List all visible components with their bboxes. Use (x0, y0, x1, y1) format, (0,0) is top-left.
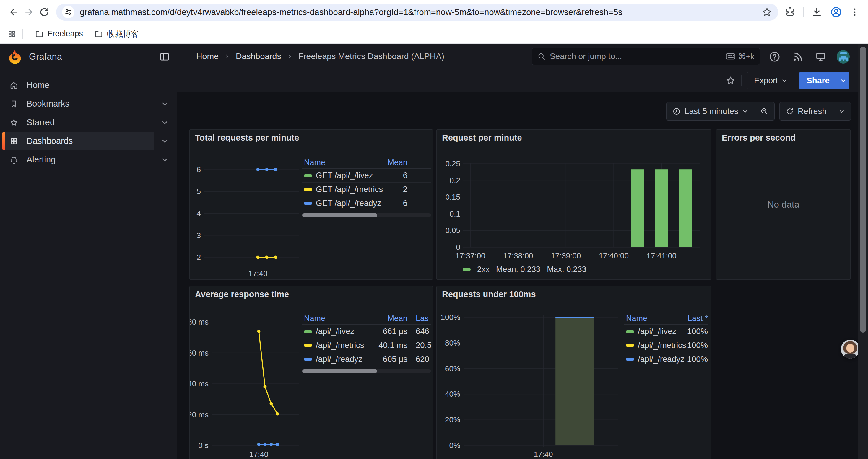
grafana-logo[interactable] (8, 49, 23, 64)
help-button[interactable] (768, 50, 781, 63)
export-button[interactable]: Export (747, 72, 794, 90)
legend-header-mean[interactable]: Mean (375, 158, 407, 167)
legend-header-name[interactable]: Name (302, 314, 375, 323)
area-chart[interactable]: 0%20%40%60%80%100%17:40 (437, 286, 711, 459)
series-name[interactable]: GET /api/_/metrics (316, 185, 383, 194)
svg-text:100%: 100% (441, 313, 461, 322)
sidebar-toggle-icon (159, 51, 170, 62)
browser-back-button[interactable] (6, 4, 21, 20)
tune-icon (64, 8, 72, 16)
share-menu-button[interactable] (837, 72, 849, 90)
scrollbar-thumb[interactable] (302, 213, 377, 217)
breadcrumb-dashboards[interactable]: Dashboards (236, 52, 281, 61)
downloads-icon[interactable] (811, 6, 823, 18)
scrollbar-thumb[interactable] (302, 369, 377, 373)
series-name[interactable]: /api/_/readyz (316, 355, 362, 364)
grafana-brand[interactable]: Grafana (29, 52, 62, 62)
series-name[interactable]: 2xx (477, 265, 490, 274)
sidebar-item-starred[interactable]: Starred (0, 113, 177, 132)
toolbar-divider (803, 7, 804, 17)
display-button[interactable] (814, 50, 827, 63)
svg-text:40 ms: 40 ms (190, 379, 209, 388)
panel-title[interactable]: Total requests per minute (195, 133, 299, 143)
bookmark-folder-blogs[interactable]: 收藏博客 (90, 27, 143, 41)
legend-header-mean[interactable]: Mean (375, 314, 407, 323)
chevron-down-icon[interactable] (161, 119, 168, 126)
url-bar[interactable]: grafana.mathmast.com/d/deytv4rwavabkb/fr… (56, 4, 778, 21)
sidebar-item-alerting[interactable]: Alerting (0, 150, 177, 169)
legend-row[interactable]: /api/_/metrics 100% (624, 338, 708, 352)
sidebar-item-home[interactable]: Home (0, 76, 177, 95)
time-range-picker[interactable]: Last 5 minutes (666, 102, 754, 120)
star-icon (9, 118, 18, 127)
chevron-down-icon[interactable] (161, 138, 168, 145)
search-input[interactable]: Search or jump to... ⌘+k (532, 48, 760, 65)
svg-text:3: 3 (197, 231, 201, 240)
browser-forward-button[interactable] (21, 4, 37, 20)
legend-row[interactable]: /api/_/livez 100% (624, 325, 708, 338)
url-text[interactable]: grafana.mathmast.com/d/deytv4rwavabkb/fr… (80, 7, 762, 17)
no-data-message: No data (716, 130, 850, 280)
sidebar-nav: Home Bookmarks Starred Dashboards Alerti… (0, 69, 177, 459)
sidebar-toggle-button[interactable] (159, 51, 170, 62)
browser-reload-button[interactable] (37, 4, 52, 20)
star-outline-icon (725, 75, 736, 86)
svg-text:20 ms: 20 ms (190, 410, 209, 419)
legend-header-row: Name Mean Las (302, 313, 431, 325)
panel-title[interactable]: Average response time (195, 290, 289, 299)
browser-profile-icon[interactable] (830, 6, 842, 18)
series-name[interactable]: /api/_/livez (638, 327, 676, 336)
legend-scrollbar[interactable] (302, 213, 431, 217)
bookmark-folder-freeleaps[interactable]: Freeleaps (31, 28, 87, 40)
assistant-avatar[interactable] (841, 340, 860, 359)
series-color-pill (304, 174, 312, 177)
series-name[interactable]: /api/_/metrics (316, 340, 364, 350)
panel-title[interactable]: Requests under 100ms (442, 290, 536, 299)
legend-scrollbar[interactable] (302, 369, 431, 373)
series-color-pill (626, 344, 634, 347)
bar-chart[interactable]: 00.050.10.150.20.2517:37:0017:38:0017:39… (437, 130, 711, 280)
dashboard-canvas: Last 5 minutes Refresh (177, 92, 868, 459)
scrollbar-thumb[interactable] (860, 47, 866, 333)
panel-title[interactable]: Request per minute (442, 133, 522, 143)
page-scrollbar[interactable] (858, 44, 868, 459)
site-settings-button[interactable] (62, 6, 74, 18)
legend-header-last[interactable]: Las (407, 314, 431, 323)
refresh-button[interactable]: Refresh (780, 102, 833, 120)
sidebar-item-dashboards[interactable]: Dashboards (0, 132, 177, 150)
chevron-down-icon[interactable] (161, 156, 168, 163)
apps-grid-icon[interactable] (7, 29, 17, 39)
chevron-down-icon (742, 108, 748, 114)
series-last: 100% (675, 327, 708, 336)
chevron-right-icon (287, 54, 292, 59)
grafana-flame-icon (8, 49, 23, 64)
chevron-down-icon[interactable] (161, 100, 168, 107)
zoom-out-button[interactable] (754, 102, 774, 120)
zoom-out-icon (760, 107, 769, 116)
legend-row[interactable]: GET /api/_/readyz 6 (302, 196, 431, 210)
legend-header-last[interactable]: Last * (675, 314, 708, 323)
news-button[interactable] (791, 50, 804, 63)
series-name[interactable]: GET /api/_/readyz (316, 198, 381, 208)
series-name[interactable]: GET /api/_/livez (316, 171, 373, 180)
legend-header-name[interactable]: Name (302, 158, 375, 167)
extensions-icon[interactable] (785, 7, 795, 18)
refresh-interval-button[interactable] (833, 102, 850, 120)
reload-icon (39, 7, 50, 18)
panel-title[interactable]: Errors per second (722, 133, 796, 143)
legend-row[interactable]: /api/_/metrics 40.1 ms 20.5 r (302, 338, 431, 352)
legend-row[interactable]: GET /api/_/livez 6 (302, 169, 431, 183)
legend-header-name[interactable]: Name (624, 314, 675, 323)
breadcrumb-home[interactable]: Home (196, 52, 219, 61)
legend-row[interactable]: /api/_/readyz 100% (624, 352, 708, 366)
series-name[interactable]: /api/_/livez (316, 327, 354, 336)
share-button[interactable]: Share (800, 72, 837, 90)
user-avatar[interactable] (837, 50, 850, 63)
browser-menu-icon[interactable] (850, 7, 860, 17)
legend-row[interactable]: /api/_/livez 661 µs 646 (302, 325, 431, 338)
favorite-dashboard-button[interactable] (725, 75, 736, 86)
legend-row[interactable]: /api/_/readyz 605 µs 620 (302, 352, 431, 366)
sidebar-item-bookmarks[interactable]: Bookmarks (0, 95, 177, 113)
legend-row[interactable]: GET /api/_/metrics 2 (302, 183, 431, 196)
bookmark-star-icon[interactable] (762, 7, 772, 18)
